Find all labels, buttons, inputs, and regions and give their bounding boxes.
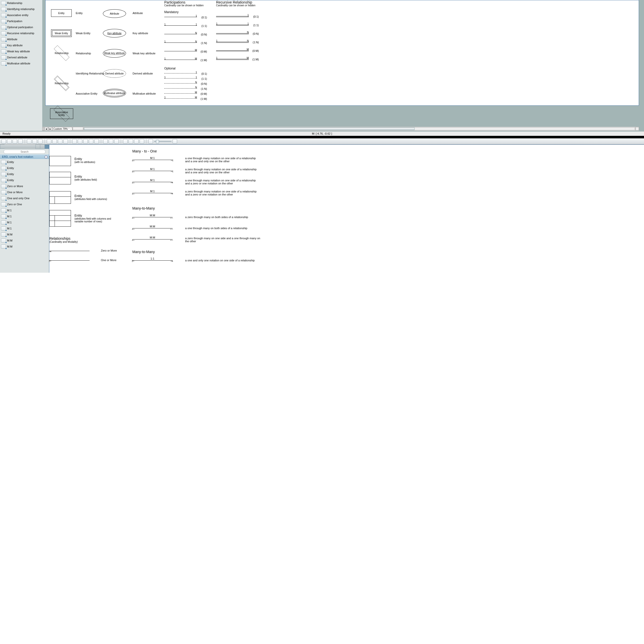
recursive-line[interactable]: N(0:N) [216,33,249,34]
grid-view-button[interactable] [35,144,40,149]
entity-rows-shape[interactable] [49,210,71,227]
rect-tool-icon[interactable] [7,139,12,144]
recursive-line[interactable]: 1M(1:M) [216,59,249,60]
library-group-header[interactable]: ERD, crow's foot notation [0,154,49,159]
library-item[interactable]: Zero or One [0,201,49,207]
ident-relationship-shape[interactable]: Relationship [50,78,74,88]
arc-tool-icon[interactable] [72,139,77,144]
print-area-icon[interactable] [134,139,139,144]
rel-m1[interactable]: ⟜M:1⊣ [132,171,173,171]
recursive-line[interactable]: 1(0:1) [216,16,249,17]
participation-line[interactable]: M(0:M) [164,51,197,51]
smart-connector-icon[interactable] [32,139,37,144]
recursive-line[interactable]: 11(1:1) [216,25,249,26]
zoom-in2-icon[interactable] [173,139,177,144]
rel-mm[interactable]: ⟜M:M⟝ [132,217,173,217]
multivalue-attribute-shape[interactable]: Multivalue attribute [103,89,126,97]
splitter-grip-icon[interactable] [42,127,44,131]
library-item[interactable]: Derived attribute [0,54,42,60]
optional-line[interactable]: N(1:N) [164,88,197,89]
library-item[interactable]: M:M [0,237,49,244]
library-item[interactable]: M:1 [0,213,49,219]
library-item[interactable]: Entity [0,171,49,177]
zoom-fit-button[interactable] [635,127,639,131]
entity-cols-shape[interactable] [49,191,71,204]
library-item[interactable]: Weak key attribute [0,48,42,54]
library-item[interactable]: M:M [0,244,49,250]
entity-shape[interactable]: Entity [51,9,72,17]
scroll-track[interactable] [84,127,635,130]
optional-line[interactable]: M(0:M) [164,93,197,94]
derived-attribute-shape[interactable]: Derived attribute [103,69,126,78]
zoom-in-icon[interactable] [123,139,128,144]
recursive-line[interactable]: M(0:M) [216,50,249,51]
weak-entity-shape[interactable]: Weak Entity [51,29,72,37]
pan-tool-icon[interactable] [129,139,133,144]
key-attribute-shape[interactable]: Key attribute [103,29,126,37]
attribute-shape[interactable]: Attribute [103,9,126,18]
horizontal-scrollbar[interactable]: ◂ ▸ Custom 79% [42,127,639,131]
zoom-out-icon[interactable] [148,139,153,144]
eraser-icon[interactable] [140,139,144,144]
library-search-input[interactable] [4,150,46,154]
participation-line[interactable]: 1M(1:M) [164,60,197,60]
library-item[interactable]: Participation [0,18,42,24]
chen-canvas[interactable]: Entity Entity Weak Entity Weak Entity Re… [45,0,639,106]
group-icon[interactable] [103,139,108,144]
library-item[interactable]: One and only One [0,195,49,201]
library-item[interactable]: M:1 [0,225,49,231]
zoom-combo[interactable]: Custom 79% [52,127,72,131]
participation-line[interactable]: 11(1:1) [164,25,197,26]
connector-end-icon[interactable] [38,139,43,144]
library-item[interactable]: Associative entity [0,12,42,18]
participation-line[interactable]: N(0:N) [164,34,197,34]
page-tabs[interactable] [73,127,83,131]
rel-one-or-more[interactable]: ⊢ [49,260,90,261]
line-tool-icon[interactable] [27,139,31,144]
library-item[interactable]: Optional participation [0,24,42,30]
align-icon[interactable] [114,139,119,144]
pointer-tool-icon[interactable] [2,139,6,144]
insert-tool-icon[interactable] [63,139,68,144]
search-view-button[interactable] [45,144,49,149]
library-item[interactable]: Key attribute [0,42,42,48]
arrow-tool-icon[interactable] [83,139,88,144]
library-item[interactable]: Entity [0,159,49,165]
crowfoot-canvas[interactable]: Entity(with no attributes) Entity(with a… [49,144,644,273]
spline-tool-icon[interactable] [78,139,82,144]
text-tool-icon[interactable] [18,139,23,144]
snap-tool-icon[interactable] [94,139,99,144]
optional-line[interactable]: 1M(1:M) [164,98,197,99]
zoom-slider[interactable] [154,141,172,142]
entity-attr-shape[interactable] [49,172,71,184]
optional-line[interactable]: N(0:N) [164,83,197,84]
relationship-shape[interactable]: Relationship [50,48,74,58]
rel-11[interactable]: ⊢1:1⊸ [132,260,173,261]
library-item[interactable]: Recursive relationship [0,30,42,36]
library-item[interactable]: M:1 [0,219,49,225]
page-prev-button[interactable]: ◂ [45,127,48,131]
library-item[interactable]: Entity [0,177,49,183]
entity-noattr-shape[interactable] [49,156,71,166]
rel-m1[interactable]: ⟜M:1⊣ [132,160,173,160]
tree-tool-icon[interactable] [52,139,57,144]
library-item[interactable]: Zero or More [0,183,49,189]
library-item[interactable]: M:M [0,231,49,237]
list-view-button[interactable] [40,144,45,149]
weak-key-attribute-shape[interactable]: Weak key attribute [103,49,126,58]
page-next-button[interactable]: ▸ [49,127,52,131]
edit-points-icon[interactable] [89,139,93,144]
library-item[interactable]: Attribute [0,36,42,42]
library-item[interactable]: Relationship [0,0,42,6]
chain-tool-icon[interactable] [47,139,51,144]
branch-tool-icon[interactable] [58,139,62,144]
ungroup-icon[interactable] [109,139,113,144]
library-item[interactable]: M:1 [0,207,49,213]
scroll-thumb[interactable] [84,128,414,130]
recursive-line[interactable]: 1N(1:N) [216,42,249,43]
tree-view-button[interactable] [0,144,5,149]
ellipse-tool-icon[interactable] [13,139,17,144]
library-item[interactable]: Entity [0,165,49,171]
library-item[interactable]: Multivalue attribute [0,60,42,66]
rel-zero-or-more[interactable]: ⊸ [49,251,90,251]
